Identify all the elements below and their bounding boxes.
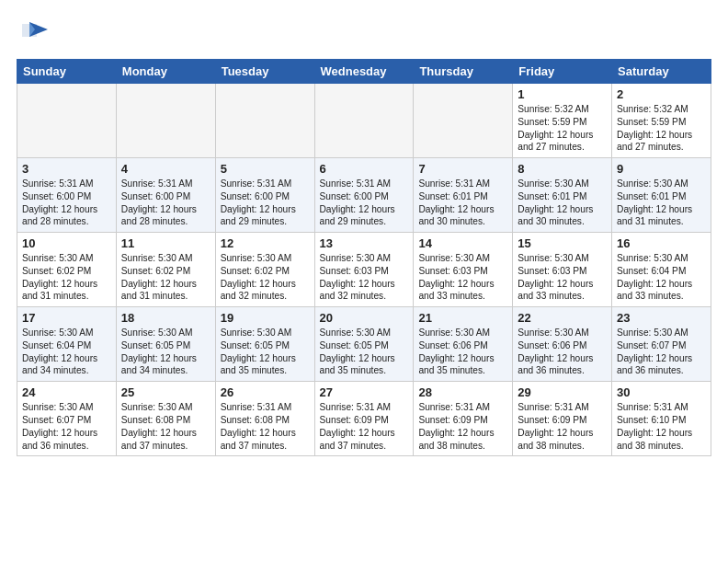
week-row-3: 10Sunrise: 5:30 AM Sunset: 6:02 PM Dayli… — [17, 233, 711, 307]
weekday-header-friday: Friday — [513, 60, 612, 84]
calendar-cell: 7Sunrise: 5:31 AM Sunset: 6:01 PM Daylig… — [414, 158, 513, 233]
day-info: Sunrise: 5:30 AM Sunset: 6:05 PM Dayligh… — [121, 327, 210, 377]
calendar-cell: 17Sunrise: 5:30 AM Sunset: 6:04 PM Dayli… — [17, 307, 117, 382]
calendar-cell: 11Sunrise: 5:30 AM Sunset: 6:02 PM Dayli… — [116, 233, 215, 307]
day-info: Sunrise: 5:30 AM Sunset: 6:06 PM Dayligh… — [418, 327, 507, 377]
calendar-cell: 30Sunrise: 5:31 AM Sunset: 6:10 PM Dayli… — [612, 382, 711, 456]
day-number: 6 — [320, 162, 409, 176]
week-row-1: 1Sunrise: 5:32 AM Sunset: 5:59 PM Daylig… — [17, 84, 711, 158]
day-info: Sunrise: 5:31 AM Sunset: 6:08 PM Dayligh… — [221, 401, 310, 452]
calendar-cell: 22Sunrise: 5:30 AM Sunset: 6:06 PM Dayli… — [513, 307, 612, 382]
calendar-cell: 12Sunrise: 5:30 AM Sunset: 6:02 PM Dayli… — [215, 233, 314, 307]
calendar-cell: 27Sunrise: 5:31 AM Sunset: 6:09 PM Dayli… — [314, 382, 414, 456]
day-info: Sunrise: 5:30 AM Sunset: 6:07 PM Dayligh… — [22, 401, 111, 452]
calendar-cell: 6Sunrise: 5:31 AM Sunset: 6:00 PM Daylig… — [314, 158, 414, 233]
calendar-cell: 9Sunrise: 5:30 AM Sunset: 6:01 PM Daylig… — [612, 158, 711, 233]
day-info: Sunrise: 5:30 AM Sunset: 6:01 PM Dayligh… — [617, 178, 706, 228]
logo — [17, 17, 53, 50]
day-number: 23 — [617, 311, 706, 325]
calendar-cell: 29Sunrise: 5:31 AM Sunset: 6:09 PM Dayli… — [513, 382, 612, 456]
day-number: 19 — [221, 311, 310, 325]
calendar-cell: 1Sunrise: 5:32 AM Sunset: 5:59 PM Daylig… — [513, 84, 612, 158]
day-number: 2 — [617, 87, 706, 101]
day-number: 5 — [221, 162, 310, 176]
day-info: Sunrise: 5:30 AM Sunset: 6:08 PM Dayligh… — [121, 401, 210, 452]
week-row-2: 3Sunrise: 5:31 AM Sunset: 6:00 PM Daylig… — [17, 158, 711, 233]
day-info: Sunrise: 5:30 AM Sunset: 6:04 PM Dayligh… — [617, 252, 706, 303]
weekday-header-thursday: Thursday — [414, 60, 513, 84]
day-info: Sunrise: 5:32 AM Sunset: 5:59 PM Dayligh… — [518, 103, 607, 154]
day-info: Sunrise: 5:30 AM Sunset: 6:05 PM Dayligh… — [221, 327, 310, 377]
day-number: 20 — [320, 311, 409, 325]
calendar-cell: 4Sunrise: 5:31 AM Sunset: 6:00 PM Daylig… — [116, 158, 215, 233]
calendar-cell: 24Sunrise: 5:30 AM Sunset: 6:07 PM Dayli… — [17, 382, 117, 456]
calendar-cell: 15Sunrise: 5:30 AM Sunset: 6:03 PM Dayli… — [513, 233, 612, 307]
day-number: 7 — [418, 162, 507, 176]
calendar-cell: 23Sunrise: 5:30 AM Sunset: 6:07 PM Dayli… — [612, 307, 711, 382]
weekday-header-saturday: Saturday — [612, 60, 711, 84]
day-number: 26 — [221, 385, 310, 399]
day-number: 11 — [121, 236, 210, 250]
day-number: 17 — [22, 311, 111, 325]
calendar-cell: 21Sunrise: 5:30 AM Sunset: 6:06 PM Dayli… — [414, 307, 513, 382]
day-info: Sunrise: 5:31 AM Sunset: 6:00 PM Dayligh… — [221, 178, 310, 228]
calendar: SundayMondayTuesdayWednesdayThursdayFrid… — [17, 59, 711, 456]
weekday-header-monday: Monday — [116, 60, 215, 84]
calendar-cell: 18Sunrise: 5:30 AM Sunset: 6:05 PM Dayli… — [116, 307, 215, 382]
day-info: Sunrise: 5:30 AM Sunset: 6:01 PM Dayligh… — [518, 178, 607, 228]
day-number: 22 — [518, 311, 607, 325]
day-info: Sunrise: 5:31 AM Sunset: 6:00 PM Dayligh… — [22, 178, 111, 228]
day-info: Sunrise: 5:31 AM Sunset: 6:09 PM Dayligh… — [320, 401, 409, 452]
calendar-cell: 28Sunrise: 5:31 AM Sunset: 6:09 PM Dayli… — [414, 382, 513, 456]
calendar-cell: 10Sunrise: 5:30 AM Sunset: 6:02 PM Dayli… — [17, 233, 117, 307]
day-number: 28 — [418, 385, 507, 399]
day-number: 14 — [418, 236, 507, 250]
day-info: Sunrise: 5:31 AM Sunset: 6:09 PM Dayligh… — [418, 401, 507, 452]
calendar-cell: 26Sunrise: 5:31 AM Sunset: 6:08 PM Dayli… — [215, 382, 314, 456]
day-number: 13 — [320, 236, 409, 250]
day-number: 3 — [22, 162, 111, 176]
calendar-cell: 25Sunrise: 5:30 AM Sunset: 6:08 PM Dayli… — [116, 382, 215, 456]
day-number: 24 — [22, 385, 111, 399]
day-number: 8 — [518, 162, 607, 176]
day-info: Sunrise: 5:31 AM Sunset: 6:00 PM Dayligh… — [320, 178, 409, 228]
day-info: Sunrise: 5:31 AM Sunset: 6:10 PM Dayligh… — [617, 401, 706, 452]
week-row-5: 24Sunrise: 5:30 AM Sunset: 6:07 PM Dayli… — [17, 382, 711, 456]
weekday-header-row: SundayMondayTuesdayWednesdayThursdayFrid… — [17, 60, 711, 84]
week-row-4: 17Sunrise: 5:30 AM Sunset: 6:04 PM Dayli… — [17, 307, 711, 382]
day-info: Sunrise: 5:30 AM Sunset: 6:03 PM Dayligh… — [418, 252, 507, 303]
header — [17, 17, 711, 50]
calendar-cell: 16Sunrise: 5:30 AM Sunset: 6:04 PM Dayli… — [612, 233, 711, 307]
weekday-header-wednesday: Wednesday — [314, 60, 414, 84]
calendar-cell: 13Sunrise: 5:30 AM Sunset: 6:03 PM Dayli… — [314, 233, 414, 307]
day-number: 21 — [418, 311, 507, 325]
calendar-cell: 5Sunrise: 5:31 AM Sunset: 6:00 PM Daylig… — [215, 158, 314, 233]
weekday-header-tuesday: Tuesday — [215, 60, 314, 84]
day-number: 29 — [518, 385, 607, 399]
calendar-cell — [215, 84, 314, 158]
day-number: 27 — [320, 385, 409, 399]
day-info: Sunrise: 5:30 AM Sunset: 6:02 PM Dayligh… — [121, 252, 210, 303]
day-info: Sunrise: 5:32 AM Sunset: 5:59 PM Dayligh… — [617, 103, 706, 154]
day-info: Sunrise: 5:30 AM Sunset: 6:02 PM Dayligh… — [221, 252, 310, 303]
day-info: Sunrise: 5:30 AM Sunset: 6:03 PM Dayligh… — [320, 252, 409, 303]
day-number: 12 — [221, 236, 310, 250]
calendar-cell — [17, 84, 117, 158]
day-info: Sunrise: 5:30 AM Sunset: 6:07 PM Dayligh… — [617, 327, 706, 377]
day-number: 16 — [617, 236, 706, 250]
day-number: 1 — [518, 87, 607, 101]
page: SundayMondayTuesdayWednesdayThursdayFrid… — [0, 0, 728, 563]
calendar-cell: 20Sunrise: 5:30 AM Sunset: 6:05 PM Dayli… — [314, 307, 414, 382]
weekday-header-sunday: Sunday — [17, 60, 117, 84]
day-number: 30 — [617, 385, 706, 399]
day-info: Sunrise: 5:30 AM Sunset: 6:04 PM Dayligh… — [22, 327, 111, 377]
day-number: 4 — [121, 162, 210, 176]
day-info: Sunrise: 5:30 AM Sunset: 6:06 PM Dayligh… — [518, 327, 607, 377]
day-number: 15 — [518, 236, 607, 250]
calendar-cell: 19Sunrise: 5:30 AM Sunset: 6:05 PM Dayli… — [215, 307, 314, 382]
day-number: 18 — [121, 311, 210, 325]
calendar-cell: 2Sunrise: 5:32 AM Sunset: 5:59 PM Daylig… — [612, 84, 711, 158]
day-info: Sunrise: 5:31 AM Sunset: 6:01 PM Dayligh… — [418, 178, 507, 228]
day-number: 9 — [617, 162, 706, 176]
calendar-cell — [116, 84, 215, 158]
